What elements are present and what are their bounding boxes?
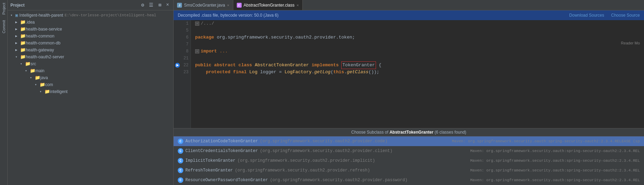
tree-item-intelligent[interactable]: ▾ 📁 intelligent — [8, 88, 173, 95]
popup-item-refresh[interactable]: C RefreshTokenGranter (org.springframewo… — [174, 166, 644, 175]
class-log: Log — [249, 69, 260, 76]
main-container: Project Commit Project ⚙ ☰ ⊞ × ▾ ▣ Intel… — [0, 0, 644, 185]
interface-token-granter: TokenGranter — [341, 61, 376, 69]
tree-arrow-intelligent: ▾ — [40, 90, 44, 94]
gutter-line-23: 23 — [174, 69, 191, 76]
tree-item-main[interactable]: ▾ 📁 main — [8, 67, 173, 74]
choose-source-button[interactable]: Choose Source — [611, 13, 640, 18]
tree-item-health-base[interactable]: ▶ 📁 health-base-service — [8, 26, 173, 33]
tree-arrow-java: ▾ — [30, 76, 35, 80]
var-logger: logger = — [260, 69, 284, 76]
keyword-class: class — [239, 62, 255, 69]
editor-wrapper: Reader Mo 1 5 6 7 8 21 22 23 — [174, 20, 644, 185]
tree-item-java[interactable]: ▾ 📁 java — [8, 74, 173, 81]
layout-icon[interactable]: ☰ — [148, 1, 155, 9]
popup-list: C AuthorizationCodeTokenGranter (org.spr… — [174, 136, 644, 185]
paren-close-23: ()); — [368, 69, 379, 76]
class-name-abstract: AbstractTokenGranter — [255, 62, 312, 69]
class-icon-client: C — [178, 148, 183, 154]
tree-item-health-gateway[interactable]: ▶ 📁 health-gateway — [8, 47, 173, 53]
tab-sms-code-granter[interactable]: J SmsCodeGranter.java × — [174, 0, 233, 10]
popup-name-implicit: ImplicitTokenGranter — [185, 158, 235, 163]
method-getclass: getClass — [347, 69, 368, 76]
tree-arrow-common: ▶ — [15, 34, 20, 38]
code-line-7 — [195, 41, 640, 48]
folder-icon-idea: 📁 — [20, 19, 26, 25]
class-logfactory: LogFactory — [284, 69, 311, 76]
code-line-21 — [195, 55, 640, 62]
tree-item-health-oauth2[interactable]: ▾ 📁 health-oauth2-server — [8, 53, 173, 60]
module-icon: ▣ — [15, 12, 18, 18]
keyword-final: final — [233, 69, 249, 76]
project-tab[interactable]: Project — [1, 0, 7, 17]
tree-arrow-main: ▾ — [25, 69, 30, 73]
class-file-icon: C — [237, 3, 242, 8]
class-icon-implicit: C — [178, 158, 183, 163]
breakpoint-icon — [175, 63, 180, 68]
commit-tab[interactable]: Commit — [1, 17, 7, 36]
tab-abstract-token-granter[interactable]: C AbstractTokenGranter.class × — [233, 0, 303, 10]
popup-header: Choose Subclass of AbstractTokenGranter … — [174, 128, 644, 136]
folder-icon-intelligent: 📁 — [44, 89, 50, 94]
tree-label-oauth2: health-oauth2-server — [26, 54, 64, 59]
tree-item-com[interactable]: ▾ 📁 com — [8, 81, 173, 88]
popup-header-class: AbstractTokenGranter — [390, 130, 433, 135]
folder-icon-java: 📁 — [35, 75, 40, 81]
tab-close-sms[interactable]: × — [227, 3, 229, 7]
tree-label-main: main — [35, 68, 44, 73]
gear-icon[interactable]: ⚙ — [140, 1, 145, 9]
reader-mode-label: Reader Mo — [621, 41, 640, 45]
info-bar-right: Download Sources Choose Source — [569, 13, 640, 18]
tree-item-intelligent-health-parent[interactable]: ▾ ▣ Intelligent-health-parent E:\dev-tor… — [8, 12, 173, 19]
tree-item-src[interactable]: ▾ 📁 src — [8, 60, 173, 67]
import-ellipsis: ... — [220, 48, 228, 55]
tree-label-intelligent: intelligent — [50, 89, 68, 94]
gutter-line-5: 5 — [174, 27, 191, 34]
code-line-6: package org.springframework.security.oau… — [195, 34, 640, 41]
collapse-button-1[interactable]: - — [195, 22, 199, 26]
folder-icon-gateway: 📁 — [20, 47, 26, 53]
filter-icon[interactable]: ⊞ — [157, 1, 162, 9]
tree-arrow: ▾ — [10, 13, 15, 17]
tab-close-abstract[interactable]: × — [296, 3, 299, 7]
popup-item-authorization-code[interactable]: C AuthorizationCodeTokenGranter (org.spr… — [174, 136, 644, 146]
tree-arrow-oauth2: ▾ — [15, 55, 20, 59]
tree-item-health-common[interactable]: ▶ 📁 health-common — [8, 33, 173, 40]
code-line-22: public abstract class AbstractTokenGrant… — [195, 62, 640, 69]
folder-icon-common-db: 📁 — [20, 40, 26, 46]
keyword-package: package — [195, 34, 217, 41]
download-sources-button[interactable]: Download Sources — [569, 13, 604, 18]
gutter-line-6: 6 — [174, 34, 191, 41]
tree-arrow-base: ▶ — [15, 27, 20, 31]
close-icon[interactable]: × — [165, 1, 170, 9]
keyword-public: public — [195, 62, 214, 69]
tree-label-src: src — [31, 61, 36, 66]
tab-label-sms: SmsCodeGranter.java — [184, 3, 225, 8]
popup-item-resource-owner[interactable]: C ResourceOwnerPasswordTokenGranter (org… — [174, 175, 644, 185]
tree-item-health-common-db[interactable]: ▶ 📁 health-common-db — [8, 40, 173, 47]
popup-item-client-credentials[interactable]: C ClientCredentialsTokenGranter (org.spr… — [174, 146, 644, 156]
tree-label-java: java — [40, 75, 48, 80]
keyword-abstract: abstract — [214, 62, 239, 69]
popup-maven-client: Maven: org.springframework.security.oaut… — [470, 149, 640, 153]
collapse-button-8[interactable]: - — [195, 49, 199, 53]
subclass-popup: Choose Subclass of AbstractTokenGranter … — [174, 128, 644, 185]
popup-maven-authorization: Maven: org.springframework.security.oaut… — [452, 139, 640, 143]
popup-pkg-resource-owner: (org.springframework.security.oauth2.pro… — [270, 178, 408, 183]
paren-open-23: ( — [331, 69, 333, 76]
indent-23 — [195, 69, 206, 76]
sidebar: Project ⚙ ☰ ⊞ × ▾ ▣ Intelligent-health-p… — [8, 0, 174, 185]
tree-label: Intelligent-health-parent — [19, 13, 63, 18]
popup-item-implicit[interactable]: C ImplicitTokenGranter (org.springframew… — [174, 156, 644, 166]
popup-name-authorization: AuthorizationCodeTokenGranter — [185, 139, 258, 144]
tab-label-abstract: AbstractTokenGranter.class — [244, 3, 295, 8]
tree-arrow-gateway: ▶ — [15, 48, 20, 52]
tree-arrow-idea: ▶ — [15, 20, 20, 24]
class-icon-refresh: C — [178, 168, 183, 173]
dot-getclass: . — [344, 69, 347, 76]
tree-item-idea[interactable]: ▶ 📁 .idea — [8, 19, 173, 26]
folder-icon-common: 📁 — [20, 33, 26, 39]
sidebar-icons: ⚙ ☰ ⊞ × — [140, 1, 170, 9]
popup-header-suffix: (6 classes found) — [433, 130, 466, 135]
popup-maven-resource-owner: Maven: org.springframework.security.oaut… — [470, 178, 640, 182]
